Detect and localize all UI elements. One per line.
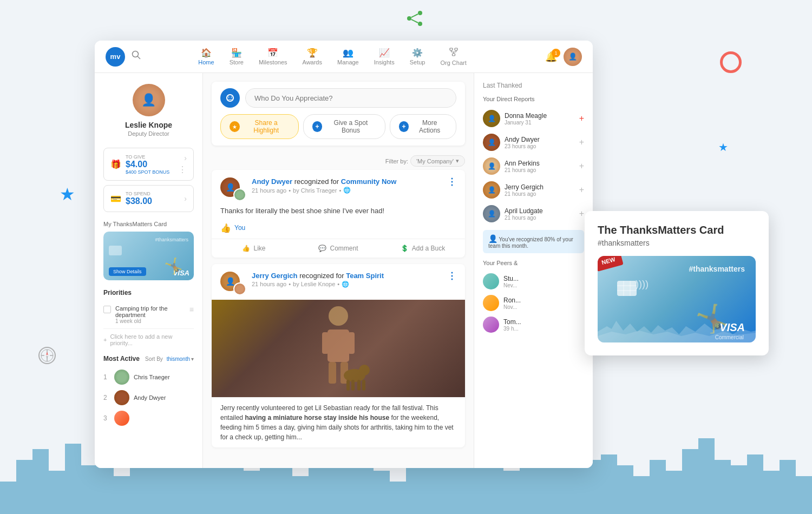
thanked-ann: 👤 Ann Perkins 21 hours ago + (483, 154, 584, 178)
add-buck-button[interactable]: 💲 Add a Buck (381, 239, 465, 258)
nav-store[interactable]: 🏪 Store (230, 48, 244, 66)
svg-rect-40 (357, 380, 361, 391)
card-hashtag-large: #thanksmatters (689, 265, 745, 273)
direct-reports-title: Your Direct Reports (483, 96, 584, 102)
card-icon: 💳 (110, 194, 121, 204)
ann-add[interactable]: + (579, 161, 584, 171)
to-give-dots[interactable]: ⋮ (178, 164, 187, 175)
peer-2-avatar (483, 295, 499, 311)
to-spend-left: 💳 TO SPEND $38.00 (110, 191, 152, 206)
donna-time: January 31 (505, 120, 575, 126)
card-figure: 🤸 (164, 257, 183, 275)
appreciation-input-field[interactable] (245, 88, 456, 108)
star-decoration-right: ★ (718, 141, 728, 154)
show-details-button[interactable]: Show Details (109, 267, 146, 276)
notification-bell[interactable]: 🔔 1 (545, 51, 557, 63)
post-2-target[interactable]: Team Spirit (346, 272, 384, 280)
feed-area: ★ Share a Highlight + Give a Spot Bonus … (203, 73, 474, 468)
to-give-stat[interactable]: 🎁 TO GIVE $4.00 $400 SPOT BONUS › ⋮ (103, 148, 194, 181)
nav-milestones[interactable]: 📅 Milestones (259, 48, 287, 66)
active-name-2: Andy Dwyer (134, 394, 166, 401)
post-1-title: Andy Dwyer recognized for Community Now (252, 177, 442, 186)
insights-icon: 📈 (379, 48, 390, 58)
profile-avatar: 👤 (133, 84, 165, 116)
to-spend-value: $38.00 (126, 196, 152, 206)
donna-add[interactable]: + (579, 114, 584, 123)
post-2-caption: Jerry recently volunteered to get Lil Se… (212, 397, 465, 447)
to-give-value: $4.00 (126, 160, 169, 169)
thanks-card-overlay: The ThanksMatters Card #thanksmatters NE… (585, 211, 769, 355)
post-2-options[interactable] (448, 272, 456, 282)
card-hashtag: #thanksmatters (109, 237, 188, 242)
filter-badge[interactable]: 'My Company' ▾ (410, 155, 465, 167)
priority-options[interactable]: ≡ (189, 305, 194, 314)
svg-point-25 (451, 181, 453, 183)
nav-awards-label: Awards (303, 59, 322, 65)
highlight-button[interactable]: ★ Share a Highlight (220, 114, 299, 139)
nav-manage[interactable]: 👥 Manage (337, 48, 359, 66)
post-1-globe-icon: 🌐 (343, 187, 351, 194)
thanked-april: 👤 April Ludgate 21 hours ago + (483, 202, 584, 226)
nav-setup[interactable]: ⚙️ Setup (410, 48, 425, 66)
svg-point-22 (228, 97, 230, 98)
comment-label: Comment (330, 245, 358, 252)
svg-point-26 (451, 184, 453, 186)
priority-checkbox[interactable] (103, 306, 111, 313)
card-section-title: My ThanksMatters Card (103, 221, 194, 227)
left-sidebar: 👤 Leslie Knope Deputy Director 🎁 TO GIVE… (95, 73, 203, 468)
peer-1-name: Stu... (503, 275, 584, 282)
user-avatar[interactable]: 👤 (564, 48, 582, 66)
andy-info: Andy Dwyer 23 hours ago (505, 136, 575, 149)
add-priority-button[interactable]: + Click here to add a new priority... (103, 333, 194, 346)
andy-add[interactable]: + (579, 137, 584, 147)
to-spend-stat[interactable]: 💳 TO SPEND $38.00 › (103, 185, 194, 212)
buck-label: Add a Buck (412, 245, 445, 252)
add-priority-label: Click here to add a new priority... (110, 333, 194, 346)
svg-rect-42 (617, 281, 637, 296)
comment-button[interactable]: 💬 Comment (296, 239, 381, 258)
right-panel: Last Thanked Your Direct Reports 👤 Donna… (474, 73, 593, 468)
jerry-add[interactable]: + (579, 185, 584, 195)
april-add[interactable]: + (579, 209, 584, 219)
milestones-icon: 📅 (267, 48, 278, 58)
post-2-avatars: 👤 (220, 272, 246, 295)
like-button[interactable]: 👍 Like (212, 239, 296, 258)
ann-avatar: 👤 (483, 157, 500, 175)
svg-marker-11 (46, 352, 48, 355)
contactless-icon: )))) (636, 279, 649, 290)
thanked-andy: 👤 Andy Dwyer 23 hours ago + (483, 130, 584, 154)
donna-name: Donna Meagle (505, 112, 575, 120)
sort-by[interactable]: Sort By thismonth ▾ (145, 356, 194, 362)
spot-bonus-button[interactable]: + Give a Spot Bonus (303, 114, 385, 139)
credit-card[interactable]: #thanksmatters Show Details VISA 🤸 (103, 232, 194, 280)
post-1-time: 21 hours ago (252, 187, 286, 194)
most-active-header: Most Active Sort By thismonth ▾ (103, 355, 194, 363)
jerry-time: 21 hours ago (505, 191, 575, 197)
more-actions-button[interactable]: + More Actions (390, 114, 456, 139)
post-1-options[interactable] (448, 177, 456, 188)
nav-home[interactable]: 🏠 Home (198, 48, 214, 66)
svg-point-29 (451, 278, 453, 280)
peer-2-name: Ron... (503, 296, 584, 304)
nav-awards[interactable]: 🏆 Awards (303, 48, 322, 66)
jerry-info: Jerry Gergich 21 hours ago (505, 183, 575, 197)
post-1-target[interactable]: Community Now (341, 177, 397, 186)
post-2-subtitle: 21 hours ago • by Leslie Knope • 🌐 (252, 281, 442, 288)
more-actions-label: More Actions (412, 119, 447, 134)
nav-orgchart[interactable]: Org Chart (440, 48, 466, 66)
last-thanked-title: Last Thanked (483, 82, 584, 89)
more-actions-icon: + (399, 121, 409, 132)
post-1-body: Thanks for literally the best shoe shine… (212, 206, 465, 223)
highlight-icon: ★ (230, 121, 240, 132)
thanked-donna: 👤 Donna Meagle January 31 + (483, 107, 584, 130)
ann-name: Ann Perkins (505, 160, 575, 167)
svg-line-4 (411, 19, 418, 23)
nav-insights[interactable]: 📈 Insights (374, 48, 395, 66)
like-btn-label: Like (253, 245, 265, 252)
svg-line-3 (411, 14, 418, 17)
post-2-author[interactable]: Jerry Gergich (252, 272, 298, 280)
svg-point-0 (418, 11, 422, 15)
to-spend-label: TO SPEND (126, 191, 152, 196)
post-1-author[interactable]: Andy Dwyer (252, 177, 292, 186)
priorities-section: Priorities Camping trip for the departme… (103, 289, 194, 346)
